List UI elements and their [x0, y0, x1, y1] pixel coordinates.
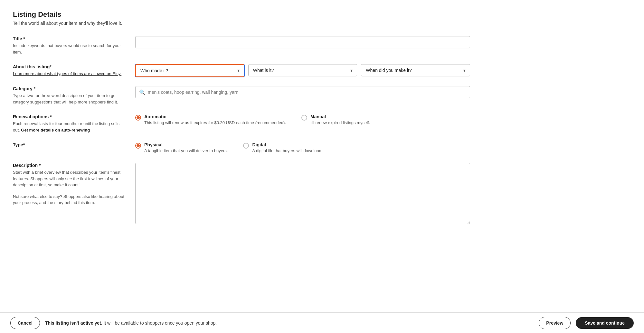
renewal-automatic-label: Automatic [144, 114, 286, 119]
description-text2: Not sure what else to say? Shoppers also… [13, 193, 125, 206]
type-digital-option: Digital A digital file that buyers will … [243, 142, 322, 154]
description-section: Description * Start with a brief overvie… [13, 163, 470, 225]
type-radio-group: Physical A tangible item that you will d… [135, 142, 470, 154]
title-description: Include keywords that buyers would use t… [13, 43, 125, 55]
page-subtitle: Tell the world all about your item and w… [13, 21, 470, 26]
renewal-manual-radio[interactable] [301, 115, 307, 121]
title-section: Title * Include keywords that buyers wou… [13, 36, 470, 55]
category-search-wrapper: 🔍 [135, 86, 470, 98]
renewal-manual-desc: I'll renew expired listings myself. [310, 120, 370, 126]
preview-button[interactable]: Preview [539, 317, 571, 329]
about-section: About this listing* Learn more about wha… [13, 64, 470, 77]
renewal-manual-option: Manual I'll renew expired listings mysel… [301, 114, 370, 126]
type-digital-radio[interactable] [243, 143, 249, 149]
type-digital-label: Digital [252, 142, 322, 147]
description-textarea[interactable] [135, 163, 470, 224]
bottom-notice-rest: It will be available to shoppers once yo… [103, 320, 217, 326]
type-digital-desc: A digital file that buyers will download… [252, 148, 322, 154]
type-physical-radio[interactable] [135, 143, 141, 149]
bottom-notice: This listing isn't active yet. It will b… [45, 320, 534, 326]
search-icon: 🔍 [139, 89, 146, 95]
type-physical-label: Physical [144, 142, 228, 147]
about-link[interactable]: Learn more about what types of items are… [13, 71, 121, 76]
title-input[interactable] [135, 36, 470, 48]
type-physical-option: Physical A tangible item that you will d… [135, 142, 228, 154]
page-header: Listing Details Tell the world all about… [13, 10, 470, 26]
about-dropdowns-row: Who made it? I did A member of my shop A… [135, 64, 470, 77]
renewal-manual-label: Manual [310, 114, 370, 119]
bottom-bar: Cancel This listing isn't active yet. It… [0, 312, 644, 333]
renewal-section: Renewal options * Each renewal lasts for… [13, 114, 470, 133]
what-is-wrapper: What is it? A finished product A supply … [248, 64, 357, 77]
type-label: Type* [13, 142, 125, 147]
title-label: Title * [13, 36, 125, 41]
type-physical-desc: A tangible item that you will deliver to… [144, 148, 228, 154]
category-description: Type a two- or three-word description of… [13, 93, 125, 105]
renewal-automatic-option: Automatic This listing will renew as it … [135, 114, 286, 126]
description-label: Description * [13, 163, 125, 168]
when-made-select[interactable]: When did you make it? Made to order 2020… [361, 64, 470, 76]
description-text1: Start with a brief overview that describ… [13, 169, 125, 188]
who-made-wrapper: Who made it? I did A member of my shop A… [135, 64, 244, 77]
type-section: Type* Physical A tangible item that you … [13, 142, 470, 154]
renewal-radio-group: Automatic This listing will renew as it … [135, 114, 470, 126]
renewal-link[interactable]: Get more details on auto-renewing [21, 128, 90, 132]
page-title: Listing Details [13, 10, 470, 19]
about-label: About this listing* [13, 64, 125, 69]
renewal-label: Renewal options * [13, 114, 125, 119]
category-label: Category * [13, 86, 125, 91]
renewal-automatic-desc: This listing will renew as it expires fo… [144, 120, 286, 126]
renewal-automatic-radio[interactable] [135, 115, 141, 121]
category-section: Category * Type a two- or three-word des… [13, 86, 470, 105]
who-made-select[interactable]: Who made it? I did A member of my shop A… [135, 64, 244, 77]
category-search-input[interactable] [135, 86, 470, 98]
cancel-button[interactable]: Cancel [10, 317, 40, 329]
what-is-select[interactable]: What is it? A finished product A supply … [248, 64, 357, 76]
bottom-notice-bold: This listing isn't active yet. [45, 320, 102, 326]
save-and-continue-button[interactable]: Save and continue [576, 317, 634, 329]
when-made-wrapper: When did you make it? Made to order 2020… [361, 64, 470, 77]
